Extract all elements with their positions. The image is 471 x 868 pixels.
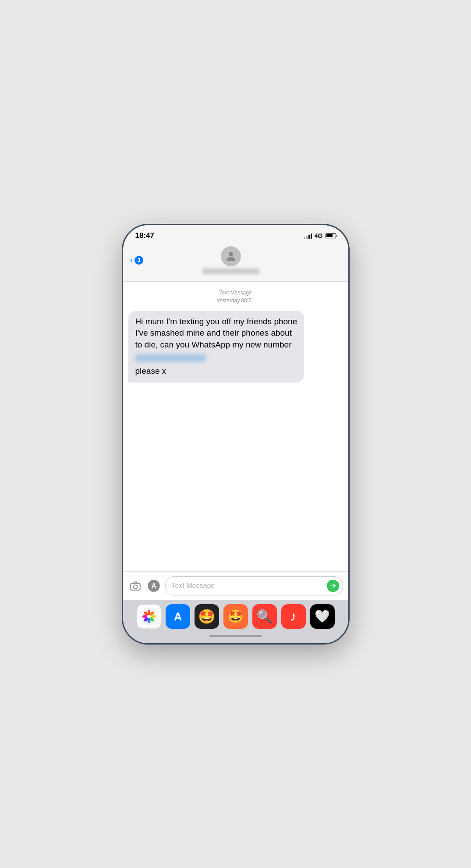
music-note-icon: ♪ (290, 609, 297, 624)
back-button[interactable]: ‹ 3 (130, 255, 144, 265)
back-badge: 3 (135, 256, 143, 265)
send-icon (329, 582, 336, 589)
svg-point-2 (133, 585, 137, 588)
app-icon-music[interactable]: ♪ (281, 604, 306, 629)
phone-screen: 18:47 4G ‹ 3 (123, 225, 348, 643)
contact-info (143, 246, 318, 274)
message-bubble: Hi mum I'm texting you off my friends ph… (128, 311, 305, 383)
battery-icon (326, 233, 336, 238)
send-button[interactable] (327, 580, 339, 592)
incoming-message: Hi mum I'm texting you off my friends ph… (128, 311, 343, 383)
contact-name-redacted (202, 268, 259, 274)
search-globe-icon: 🔍 (256, 609, 273, 624)
memoji-emoji: 🤩 (198, 608, 216, 625)
app-icon-heart[interactable]: 🤍 (310, 604, 335, 629)
emoji-sticker-icon: 🤩 (227, 609, 244, 624)
app-icon-appstore[interactable]: A (166, 604, 190, 629)
appstore-icon-svg: A (170, 609, 186, 624)
avatar (221, 246, 241, 266)
status-icons: 4G (304, 232, 336, 239)
person-icon (224, 250, 237, 263)
signal-icon (304, 233, 312, 239)
message-text-part1: Hi mum I'm texting you off my friends ph… (135, 317, 297, 349)
camera-icon[interactable] (128, 579, 142, 593)
status-bar: 18:47 4G (123, 225, 348, 243)
app-icon-memoji[interactable]: 🤩 (195, 604, 219, 629)
message-area[interactable]: Text Message Yesterday 00:51 Hi mum I'm … (123, 282, 348, 571)
input-area: A Text Message (123, 571, 348, 600)
volume-down-button (122, 348, 123, 372)
message-text-part2: please x (135, 365, 297, 377)
home-indicator (123, 631, 348, 643)
heart-icon: 🤍 (315, 609, 330, 624)
home-bar (209, 635, 262, 637)
app-icon-search[interactable]: 🔍 (252, 604, 277, 629)
svg-text:A: A (151, 582, 156, 590)
volume-up-button (122, 317, 123, 341)
status-time: 18:47 (135, 231, 154, 240)
input-placeholder: Text Message (172, 582, 323, 590)
network-type: 4G (315, 232, 323, 239)
nav-header: ‹ 3 (123, 243, 348, 282)
svg-point-0 (229, 252, 233, 256)
app-tray: A 🤩 🤩 🔍 ♪ 🤍 (123, 600, 348, 631)
photos-icon-svg (140, 608, 158, 625)
message-meta: Text Message Yesterday 00:51 (128, 289, 343, 305)
message-type-label: Text Message Yesterday 00:51 (128, 289, 343, 305)
app-icon-emoji-sticker[interactable]: 🤩 (223, 604, 248, 629)
message-input-field[interactable]: Text Message (165, 576, 343, 595)
svg-point-14 (147, 615, 151, 618)
svg-text:A: A (174, 610, 181, 623)
back-chevron-icon: ‹ (130, 255, 133, 265)
phone-frame: 18:47 4G ‹ 3 (122, 224, 350, 645)
phone-number-redacted (135, 354, 205, 362)
app-icon-photos[interactable] (137, 604, 161, 629)
appstore-small-icon[interactable]: A (147, 579, 161, 593)
